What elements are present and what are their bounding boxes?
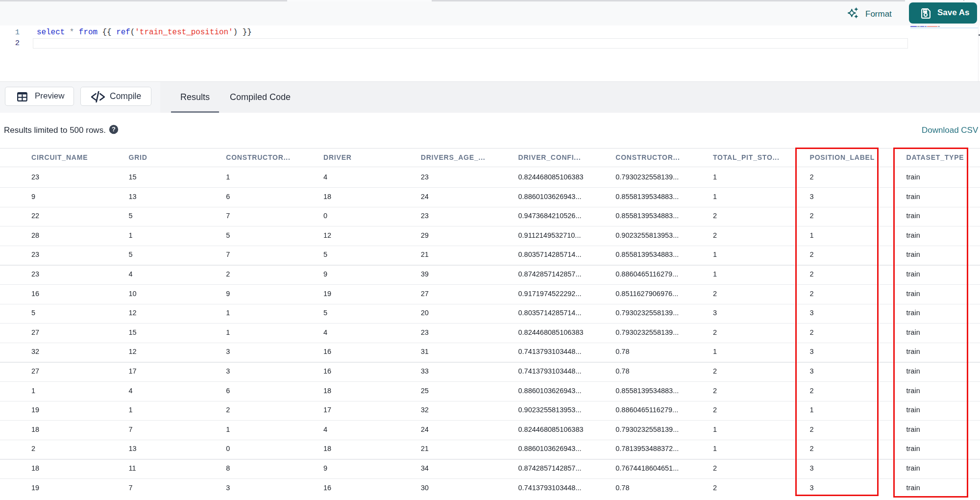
svg-text:?: ? [112, 125, 116, 133]
